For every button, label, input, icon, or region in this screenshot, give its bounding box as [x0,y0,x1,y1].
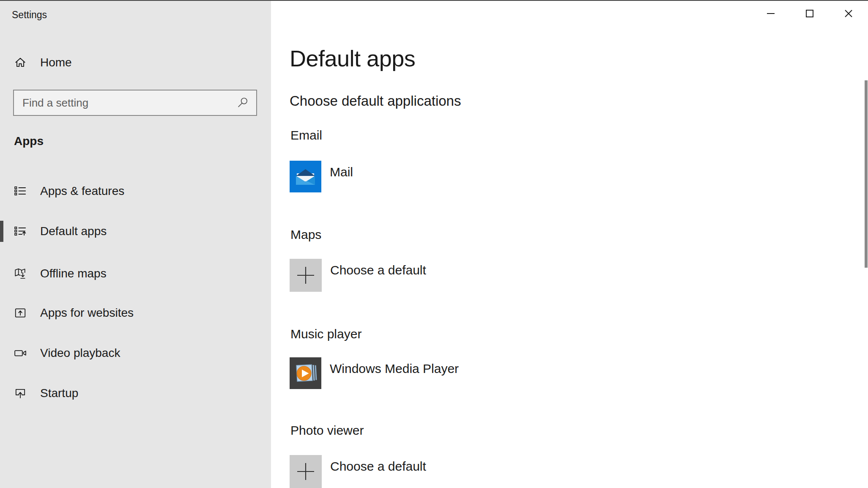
section-title: Choose default applications [290,93,461,109]
sidebar-item-label: Offline maps [40,267,107,280]
window-top-border [0,0,868,1]
choose-default-label: Choose a default [330,459,426,474]
close-icon [843,8,854,19]
default-apps-icon [14,225,27,238]
maximize-icon [805,8,815,19]
category-label-maps: Maps [290,228,321,242]
offline-maps-icon [14,267,27,280]
sidebar-item-label: Home [40,56,72,69]
choose-default-label: Choose a default [330,263,426,277]
sidebar: Settings Home Apps [0,1,271,488]
plus-tile [290,455,322,488]
startup-icon [14,387,27,400]
default-app-name: Windows Media Player [330,362,459,376]
sidebar-item-label: Apps & features [40,184,124,198]
wmp-app-icon [290,357,321,389]
default-app-email-button[interactable]: Mail [290,161,353,192]
search-input[interactable] [14,96,236,110]
plus-icon [296,266,315,285]
category-label-music-player: Music player [290,327,361,341]
app-title: Settings [12,9,47,21]
home-icon [14,56,27,69]
category-label-photo-viewer: Photo viewer [290,423,364,438]
video-playback-icon [14,347,27,359]
sidebar-item-label: Startup [40,387,78,400]
sidebar-item-apps-features[interactable]: Apps & features [0,171,271,211]
sidebar-section-heading: Apps [14,134,44,148]
sidebar-item-label: Default apps [40,225,107,238]
sidebar-item-video-playback[interactable]: Video playback [0,333,271,373]
selected-indicator [0,221,3,242]
sidebar-item-label: Apps for websites [40,306,134,320]
vertical-scrollbar-thumb[interactable] [865,80,868,268]
search-box[interactable] [13,90,257,116]
choose-default-maps-button[interactable]: Choose a default [290,259,426,292]
default-app-name: Mail [330,165,353,179]
apps-features-icon [14,185,27,197]
choose-default-photo-button[interactable]: Choose a default [290,455,426,488]
maximize-button[interactable] [790,1,829,26]
minimize-button[interactable] [751,1,790,26]
page-title: Default apps [290,47,415,71]
default-app-music-button[interactable]: Windows Media Player [290,357,459,389]
sidebar-item-label: Video playback [40,346,120,360]
plus-icon [296,462,315,481]
window-controls [751,1,868,26]
sidebar-item-default-apps[interactable]: Default apps [0,211,271,251]
close-button[interactable] [829,1,868,26]
search-icon[interactable] [236,96,249,110]
sidebar-item-apps-for-websites[interactable]: Apps for websites [0,293,271,333]
settings-window: Settings Home Apps [0,0,868,488]
sidebar-item-startup[interactable]: Startup [0,373,271,413]
minimize-icon [766,8,776,19]
sidebar-item-home[interactable]: Home [0,46,271,80]
apps-for-websites-icon [14,307,27,319]
category-label-email: Email [290,128,322,143]
mail-app-icon [290,161,321,192]
plus-tile [290,259,322,292]
sidebar-item-offline-maps[interactable]: Offline maps [0,254,271,293]
